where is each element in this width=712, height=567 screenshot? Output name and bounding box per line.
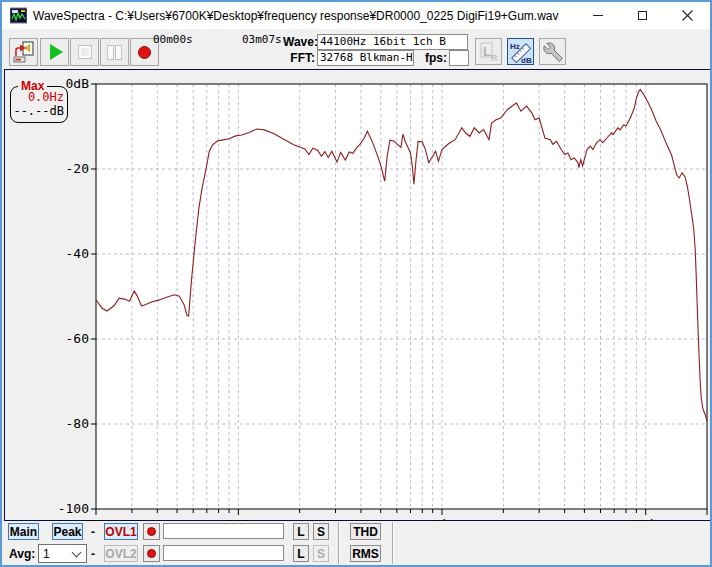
rms-button[interactable]: RMS: [350, 545, 381, 562]
spectrum-chart[interactable]: 0dB-20-40-60-80-100201001k10k: [43, 79, 712, 527]
svg-text:dB: dB: [521, 55, 532, 64]
fft-info-field[interactable]: 32768 Blkman-H7: [317, 50, 414, 66]
time-total: 03m07s: [242, 33, 282, 46]
svg-text:-40: -40: [66, 246, 89, 261]
wave-label: Wave:: [283, 35, 315, 49]
svg-text:-80: -80: [66, 416, 89, 431]
dash-separator: -: [91, 525, 95, 539]
spectrum-panel: Max 0.0Hz --.--dB 0dB-20-40-60-80-100201…: [4, 69, 712, 521]
wavespectra-window: WaveSpectra - C:¥Users¥6700K¥Desktop¥fre…: [0, 0, 712, 567]
bottom-control-bar: Main Peak - OVL1 L S THD Avg: 1 - OVL2 L…: [2, 521, 710, 565]
maximize-button[interactable]: [620, 2, 665, 29]
fps-field[interactable]: [449, 50, 469, 66]
fps-label: fps:: [420, 51, 447, 65]
close-button[interactable]: [665, 2, 710, 29]
svg-text:Hz: Hz: [510, 42, 520, 51]
ovl1-load-button[interactable]: L: [293, 523, 309, 540]
time-elapsed: 00m00s: [153, 33, 193, 46]
ovl2-record-icon: [147, 549, 156, 558]
svg-text:-100: -100: [58, 501, 89, 516]
separator: [392, 522, 393, 564]
svg-text:R: R: [491, 53, 498, 63]
peak-button[interactable]: Peak: [52, 523, 83, 540]
stop-icon: [79, 46, 91, 58]
lr-channel-button: L R: [475, 38, 502, 65]
titlebar: WaveSpectra - C:¥Users¥6700K¥Desktop¥fre…: [2, 2, 710, 29]
ovl1-save-button[interactable]: S: [313, 523, 329, 540]
ovl1-file-field[interactable]: [163, 523, 284, 539]
avg-label: Avg:: [9, 547, 35, 561]
chevron-down-icon: [72, 547, 82, 557]
app-icon: [10, 7, 27, 24]
close-icon: [682, 10, 693, 21]
thd-button[interactable]: THD: [350, 523, 381, 540]
ovl2-file-field[interactable]: [163, 545, 284, 561]
lr-channel-icon: L R: [478, 40, 500, 64]
ovl1-record-icon: [147, 527, 156, 536]
separator: [338, 522, 339, 564]
open-file-icon: [12, 40, 36, 64]
ovl2-load-button[interactable]: L: [293, 545, 309, 562]
fft-label: FFT:: [283, 51, 315, 65]
play-button[interactable]: [40, 38, 69, 66]
main-button[interactable]: Main: [8, 523, 39, 540]
minimize-icon: [593, 15, 603, 16]
settings-button[interactable]: [539, 38, 566, 65]
ovl2-record-button[interactable]: [143, 545, 160, 562]
wrench-icon: [543, 42, 563, 62]
pause-icon: [108, 46, 121, 59]
avg-value: 1: [39, 547, 73, 561]
play-icon: [50, 44, 63, 60]
ovl2-button: OVL2: [104, 545, 138, 562]
pause-button[interactable]: [100, 38, 129, 66]
toolbar: 00m00s 03m07s Wave: 44100Hz 16bit 1ch B …: [2, 29, 710, 69]
svg-text:-60: -60: [66, 331, 89, 346]
open-file-button[interactable]: [9, 38, 38, 66]
ovl1-button[interactable]: OVL1: [104, 523, 138, 540]
svg-text:-20: -20: [66, 161, 89, 176]
dash-separator: -: [91, 547, 95, 561]
hz-db-ruler-icon: Hz dB: [509, 40, 533, 64]
window-title: WaveSpectra - C:¥Users¥6700K¥Desktop¥fre…: [33, 9, 559, 23]
record-icon: [138, 46, 151, 59]
ovl1-record-button[interactable]: [143, 523, 160, 540]
avg-select[interactable]: 1: [38, 544, 87, 563]
svg-text:L: L: [483, 44, 491, 59]
minimize-button[interactable]: [575, 2, 620, 29]
svg-text:0dB: 0dB: [66, 79, 90, 91]
maximize-icon: [638, 11, 647, 20]
hz-db-scale-button[interactable]: Hz dB: [507, 38, 534, 65]
ovl2-save-button: S: [313, 545, 329, 562]
wave-info-field[interactable]: 44100Hz 16bit 1ch B: [317, 34, 468, 50]
stop-button[interactable]: [70, 38, 99, 66]
